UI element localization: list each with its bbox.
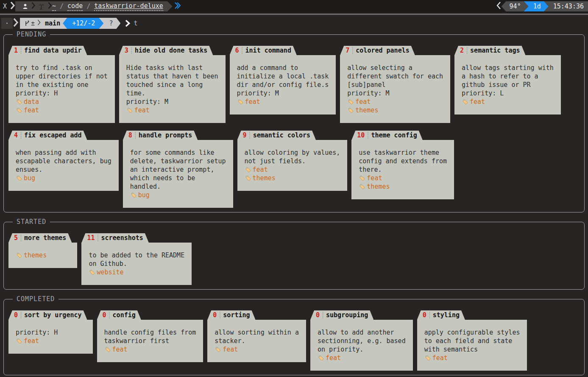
tag-icon [16,175,23,182]
task-card-tab[interactable]: 7┊colored panels [340,46,415,55]
task-card-body: allow selecting adifferent swatch for ea… [340,55,450,123]
task-card-tab[interactable]: 3┊hide old done tasks [119,46,213,55]
task-id: 0 [103,311,106,319]
tag-label: feat [24,337,39,345]
task-card-tab[interactable]: 6┊init command [230,46,297,55]
task-title: find data updir [24,47,81,54]
task-title: theme config [371,131,417,139]
tab-separator: ┊ [349,47,356,54]
task-description-line: for some commands like [130,148,226,157]
task-description-line: allow coloring by values, [245,148,340,157]
task-card[interactable]: 0┊subgroupingallow to add anothersection… [310,310,413,371]
section-title: PENDING [13,31,50,38]
path-repo-name[interactable]: taskwarrior-deluxe [94,2,163,11]
tab-separator: ┊ [18,131,24,139]
task-card-body: allow tags starting witha hash to refer … [454,55,561,114]
tag-icon [237,98,244,106]
task-description-line: allow tags starting with [462,64,554,72]
task-card[interactable]: 1┊find data updirtry to find .task onupp… [8,46,115,123]
task-card[interactable]: 9┊semantic colorsallow coloring by value… [237,131,348,191]
task-tag: feat [215,345,299,354]
tag-label: feat [326,354,341,362]
task-card[interactable]: 0┊sortingallow sorting within astacker.f… [207,310,306,362]
tag-icon [16,98,23,106]
task-card-tab[interactable]: 0┊config [97,310,141,320]
task-id: 9 [243,131,247,139]
task-card[interactable]: 3┊hide old done tasksHide tasks with las… [119,46,226,123]
tag-icon [16,252,23,259]
task-description-line: which needs to be [130,174,226,182]
task-card[interactable]: 5┊more themesthemes [8,233,77,268]
task-card-tab[interactable]: 9┊semantic colors [237,131,316,140]
tag-label: themes [355,106,378,114]
prompt-chevron-icon [125,19,130,28]
task-card-body: use taskwarrior themeconfig and extends … [351,140,454,199]
task-card[interactable]: 2┊semantic tagsallow tags starting witha… [454,46,561,114]
task-title: colored panels [356,47,409,54]
task-title: init command [245,47,291,54]
task-card-body: apply configurable stylesto each field a… [417,320,527,371]
prompt-chevron-blue-icon [174,1,181,11]
task-description-line: apply configurable styles [424,328,520,337]
task-description-line: taskwarrior first [104,337,196,345]
tag-label: feat [134,106,150,114]
task-card-tab[interactable]: 0┊sorting [207,310,255,320]
task-card[interactable]: 10┊theme configuse taskwarrior themeconf… [351,131,454,199]
tag-icon [16,107,23,114]
task-card-tab[interactable]: 0┊subgrouping [310,310,373,320]
tag-label: feat [253,165,268,174]
task-card[interactable]: 11┊screenshotsto be added to the READMEo… [81,233,192,285]
tag-label: website [97,268,123,276]
task-title: sort by urgency [24,311,81,319]
task-description-line: touched since a long [126,81,218,89]
task-card-tab[interactable]: 11┊screenshots [81,233,148,243]
tag-label: feat [223,345,238,354]
task-description-line: sectionning, e.g. based [318,337,406,345]
task-card-tab[interactable]: 2┊semantic tags [454,46,525,55]
top-status-bar: X [0,0,588,13]
task-card[interactable]: 0┊confighandle config files fromtaskwarr… [97,310,203,362]
task-tag: website [89,268,184,276]
task-id: 8 [128,131,132,139]
task-card[interactable]: 8┊handle promptsfor some commands likede… [123,131,233,208]
tab-separator: ┊ [132,131,139,139]
tab-separator: ┊ [464,47,470,54]
task-card[interactable]: 0┊stylingapply configurable stylesto eac… [417,310,527,371]
typed-command[interactable]: t [134,20,137,27]
git-branch-segment[interactable]: ± main [20,18,67,29]
task-description-line: an interactive prompt, [130,165,226,174]
tag-label: feat [432,354,448,362]
task-card-tab[interactable]: 5┊more themes [8,233,72,243]
task-id: 0 [423,311,426,319]
task-card-tab[interactable]: 4┊fix escaped add [8,131,87,140]
task-card[interactable]: 0┊sort by urgencypriority: Hfeat [8,310,93,354]
tab-separator: ┊ [247,131,253,139]
task-description-line: time. [126,89,218,98]
task-card-tab[interactable]: 0┊sort by urgency [8,310,87,320]
task-priority: priority: M [237,89,329,98]
tag-label: bug [24,174,35,182]
task-card-tab[interactable]: 10┊theme config [351,131,422,140]
task-description-line: when passing add with [16,148,111,157]
task-card[interactable]: 7┊colored panelsallow selecting adiffere… [340,46,450,123]
task-card[interactable]: 6┊init commandadd a command toinitialize… [230,46,336,114]
task-card-tab[interactable]: 0┊styling [417,310,465,320]
section-completed: COMPLETED0┊sort by urgencypriority: Hfea… [3,299,585,375]
task-card-body: add a command toinitialize a local .task… [230,55,336,114]
task-tag: feat [16,106,108,114]
path-home[interactable]: ~ [52,2,56,11]
tag-label: data [24,98,39,106]
task-id: 3 [125,47,128,54]
task-card[interactable]: 4┊fix escaped addwhen passing add withes… [8,131,119,191]
card-list: 1┊find data updirtry to find .task onupp… [8,46,580,208]
task-card-tab[interactable]: 8┊handle prompts [123,131,198,140]
task-tag: bug [16,174,111,182]
path-dir-code[interactable]: code [67,2,83,11]
task-card-tab[interactable]: 1┊find data updir [8,46,87,55]
task-description-line: [sub]panel [347,81,443,89]
task-card-body: to be added to the READMEon Github.websi… [81,243,192,285]
prompt-dot-segment: · [1,18,13,29]
task-priority: priority: M [347,89,443,98]
palm-tree-icon [38,3,45,10]
tab-separator: ┊ [106,311,113,319]
